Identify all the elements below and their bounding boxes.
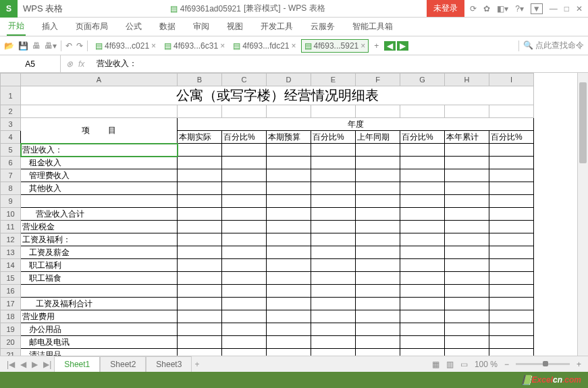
menu-insert[interactable]: 插入 (41, 18, 59, 35)
cell[interactable] (400, 246, 445, 259)
cell-header-item[interactable]: 项 目 (21, 118, 178, 144)
cell[interactable] (400, 285, 445, 298)
cell[interactable] (21, 105, 178, 118)
tab-close-icon[interactable]: × (151, 41, 156, 51)
row-header[interactable]: 15 (1, 272, 21, 285)
cell[interactable] (178, 246, 222, 259)
cell[interactable] (356, 182, 400, 195)
cell[interactable] (311, 182, 356, 195)
cell[interactable]: 租金收入 (21, 157, 178, 169)
sheet-tab-3[interactable]: Sheet3 (146, 356, 192, 372)
cell[interactable] (267, 233, 311, 246)
cell[interactable] (445, 105, 489, 118)
cell[interactable] (222, 272, 267, 285)
col-header-D[interactable]: D (267, 74, 311, 86)
row-header[interactable]: 19 (1, 323, 21, 336)
row-header[interactable]: 12 (1, 233, 21, 246)
cell[interactable] (445, 169, 489, 182)
cell[interactable] (222, 259, 267, 272)
help-icon[interactable]: ?▾ (515, 4, 524, 13)
tab-close-icon[interactable]: × (220, 41, 225, 51)
cell[interactable] (311, 221, 356, 233)
cell[interactable] (356, 246, 400, 259)
menu-start[interactable]: 开始 (7, 18, 26, 36)
row-header[interactable]: 18 (1, 310, 21, 323)
cell[interactable]: 百分比% (489, 131, 534, 144)
cell[interactable] (267, 310, 311, 323)
cell[interactable] (178, 182, 222, 195)
sheet-nav-first-icon[interactable]: |◀ (4, 360, 18, 369)
cell[interactable] (267, 182, 311, 195)
cell-reference[interactable]: A5 (0, 55, 61, 72)
cell[interactable] (400, 310, 445, 323)
cell[interactable] (356, 285, 400, 298)
cell[interactable] (356, 157, 400, 169)
row-header[interactable]: 3 (1, 118, 21, 131)
cell[interactable] (311, 298, 356, 310)
cancel-formula-icon[interactable]: ⊗ (66, 59, 73, 69)
cell[interactable] (311, 310, 356, 323)
cell[interactable] (489, 157, 534, 169)
cell-year-header[interactable]: 年度 (178, 118, 534, 131)
cell[interactable] (178, 195, 222, 208)
doc-tab-0[interactable]: ▤4f693...c021× (92, 39, 159, 53)
login-button[interactable]: 未登录 (427, 0, 464, 17)
cell[interactable] (267, 272, 311, 285)
row-header[interactable]: 5 (1, 144, 21, 157)
menu-cloud[interactable]: 云服务 (309, 18, 336, 35)
cell[interactable] (21, 285, 178, 298)
sheet-title[interactable]: 公寓（或写字楼）经营情况明细表 (21, 86, 534, 105)
cell[interactable] (489, 208, 534, 221)
undo-icon[interactable]: ↶ (65, 41, 72, 51)
cell[interactable] (222, 144, 267, 157)
cell[interactable]: 百分比% (311, 131, 356, 144)
cell[interactable]: 工资及薪金 (21, 246, 178, 259)
open-icon[interactable]: 📂 (4, 41, 14, 51)
cell[interactable] (356, 105, 400, 118)
tab-nav-right-icon[interactable]: ▶ (397, 41, 408, 51)
cell[interactable] (222, 105, 267, 118)
pin-icon[interactable]: ▼ (531, 3, 543, 14)
tab-close-icon[interactable]: × (292, 41, 296, 51)
cell[interactable] (489, 259, 534, 272)
cell[interactable] (489, 182, 534, 195)
col-header-G[interactable]: G (400, 74, 445, 86)
sheet-nav-next-icon[interactable]: ▶ (29, 360, 41, 369)
cell[interactable] (311, 157, 356, 169)
cell[interactable]: 邮电及电讯 (21, 336, 178, 349)
cell[interactable] (178, 105, 222, 118)
row-header[interactable]: 17 (1, 298, 21, 310)
zoom-slider[interactable] (516, 363, 570, 365)
cell[interactable] (311, 195, 356, 208)
sync-icon[interactable]: ⟳ (470, 4, 477, 13)
cell[interactable] (445, 336, 489, 349)
cell[interactable] (222, 233, 267, 246)
cell[interactable] (222, 169, 267, 182)
cell[interactable]: 其他收入 (21, 182, 178, 195)
col-header-B[interactable]: B (178, 74, 222, 86)
cell[interactable] (356, 259, 400, 272)
cell[interactable] (267, 169, 311, 182)
zoom-out-icon[interactable]: − (504, 360, 509, 369)
row-header[interactable]: 16 (1, 285, 21, 298)
settings-icon[interactable]: ✿ (483, 4, 490, 13)
doc-tab-1[interactable]: ▤4f693...6c31× (161, 39, 228, 53)
view-page-icon[interactable]: ▥ (446, 360, 454, 369)
doc-tab-2[interactable]: ▤4f693...fdc21× (230, 39, 299, 53)
row-header[interactable]: 1 (1, 86, 21, 105)
cell[interactable] (489, 336, 534, 349)
cell[interactable] (356, 169, 400, 182)
cell[interactable] (267, 246, 311, 259)
cell[interactable] (178, 157, 222, 169)
cell[interactable] (356, 221, 400, 233)
cell[interactable] (489, 144, 534, 157)
cell[interactable] (178, 310, 222, 323)
cell[interactable] (489, 298, 534, 310)
cell[interactable] (445, 272, 489, 285)
cell[interactable] (21, 195, 178, 208)
cell[interactable] (178, 285, 222, 298)
cell[interactable] (445, 221, 489, 233)
cell[interactable] (445, 298, 489, 310)
cell[interactable] (311, 233, 356, 246)
row-header[interactable]: 11 (1, 221, 21, 233)
